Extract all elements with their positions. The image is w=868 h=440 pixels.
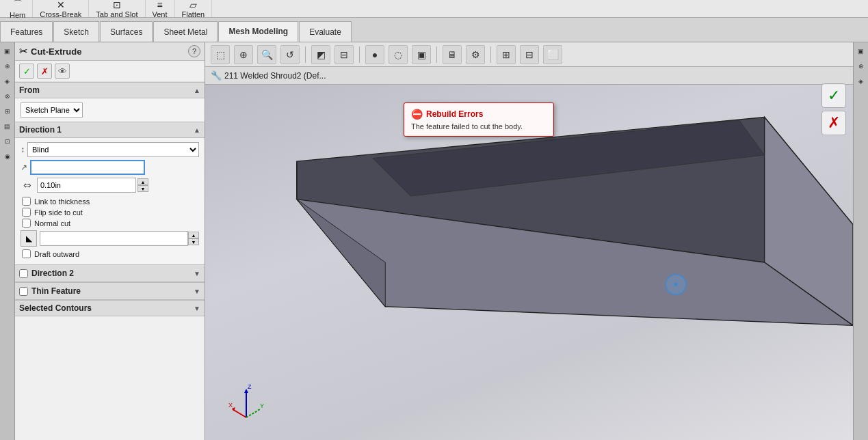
cut-extrude-panel: ✂ Cut-Extrude ? ✓ ✗ 👁 From ▲ Sketch Plan… [15,42,205,440]
panel-title-bar: ✂ Cut-Extrude ? [15,42,205,61]
draft-spinner-buttons: ▲ ▼ [188,232,199,245]
tab-bar: Features Sketch Surfaces Sheet Metal Mes… [0,18,868,42]
spinner-buttons: ▲ ▼ [137,178,148,192]
vp-btn-fullscreen[interactable]: ⬜ [543,45,562,64]
sidebar-icon-4[interactable]: ⊗ [1,90,14,102]
spinner-up-button[interactable]: ▲ [137,178,148,185]
viewport[interactable]: ⬚ ⊕ 🔍 ↺ ◩ ⊟ ● ◌ ▣ 🖥 ⚙ ⊞ ⊟ ⬜ 🔧 211 Welded… [205,42,853,440]
tab-mesh-modeling[interactable]: Mesh Modeling [218,21,298,42]
toolbar-flatten[interactable]: ▱ Flatten [175,0,213,17]
vp-btn-rotate[interactable]: ↺ [280,45,300,64]
vp-btn-split[interactable]: ⊟ [520,45,539,64]
direction1-arrow-icon: ↕ [21,145,25,154]
spinner-down-button[interactable]: ▼ [137,185,148,192]
left-sidebar-icons: ▣ ⊕ ◈ ⊗ ⊞ ▤ ⊡ ◉ [0,42,15,440]
draft-outward-label: Draft outward [34,250,79,258]
cancel-button[interactable]: ✗ [37,64,52,79]
tab-sheet-metal[interactable]: Sheet Metal [153,21,218,42]
tab-surfaces[interactable]: Surfaces [100,21,153,42]
sidebar-icon-1[interactable]: ▣ [1,45,14,57]
direction1-depth-text-input[interactable] [30,160,145,175]
right-icon-1[interactable]: ▣ [855,45,867,57]
vp-separator-3 [436,46,437,63]
sidebar-icon-8[interactable]: ◉ [1,150,14,163]
svg-text:Z: Z [248,383,252,390]
normal-cut-label: Normal cut [34,219,70,228]
depth-spinner: ▲ ▼ [37,178,148,193]
thin-feature-checkbox[interactable] [19,287,28,296]
right-icon-2[interactable]: ⊕ [855,60,867,72]
vp-btn-display[interactable]: ● [365,45,384,64]
tab-sketch[interactable]: Sketch [53,21,99,42]
draft-outward-checkbox[interactable] [22,249,31,258]
vp-btn-perspective[interactable]: ⬚ [211,45,230,64]
error-title-row: ⛔ Rebuild Errors [411,109,547,120]
tab-features[interactable]: Features [0,21,53,42]
selected-contours-label: Selected Contours [19,303,92,313]
sidebar-icon-3[interactable]: ◈ [1,75,14,87]
draft-icon: ◣ [26,234,32,243]
vp-btn-section[interactable]: ⊟ [334,45,354,64]
right-sidebar: ▣ ⊕ ◈ [853,42,868,440]
direction1-type-row: ↕ Blind [21,142,199,157]
link-to-thickness-checkbox[interactable] [22,197,31,206]
right-icon-3[interactable]: ◈ [855,75,867,87]
flip-side-row: Flip side to cut [21,208,199,217]
toolbar-hem[interactable]: ⌒ Hem [3,0,33,17]
vp-separator-1 [305,46,306,63]
confirm-button[interactable]: ✓ [19,64,34,79]
draft-icon-button[interactable]: ◣ [21,230,37,247]
direction2-label: Direction 2 [31,269,74,278]
vp-btn-view[interactable]: ◩ [311,45,330,64]
rebuild-error-tooltip: ⛔ Rebuild Errors The feature failed to c… [404,102,554,137]
sidebar-icon-2[interactable]: ⊕ [1,60,14,72]
normal-cut-checkbox[interactable] [22,219,31,228]
from-section-header[interactable]: From ▲ [15,82,205,98]
selected-contours-header[interactable]: Selected Contours ▼ [15,300,205,316]
thin-feature-label: Thin Feature [31,286,81,296]
main-area: ▣ ⊕ ◈ ⊗ ⊞ ▤ ⊡ ◉ ✂ Cut-Extrude ? ✓ ✗ 👁 Fr… [0,42,868,440]
draft-row: ◣ ▲ ▼ [21,230,199,247]
tab-evaluate[interactable]: Evaluate [299,21,352,42]
thin-feature-left: Thin Feature [19,286,81,296]
from-dropdown[interactable]: Sketch Plane [21,102,83,118]
depth-icon: ⇔ [23,180,31,191]
sidebar-icon-7[interactable]: ⊡ [1,135,14,148]
depth-value-input[interactable] [37,178,136,193]
direction2-section-header[interactable]: Direction 2 ▼ [15,264,205,282]
viewport-ok-button[interactable]: ✓ [821,83,846,108]
right-action-buttons: ✓ ✗ [821,83,846,135]
vp-btn-settings[interactable]: ⚙ [466,45,485,64]
flip-side-label: Flip side to cut [34,208,83,217]
preview-button[interactable]: 👁 [55,64,70,79]
toolbar-tab-slot[interactable]: ⊡ Tab and Slot [89,0,145,17]
draft-spinner-down[interactable]: ▼ [188,238,199,245]
vp-btn-zoom-fit[interactable]: ⊕ [234,45,253,64]
link-to-thickness-label: Link to thickness [34,197,90,206]
draft-angle-input[interactable] [40,231,188,246]
vp-btn-zoom[interactable]: 🔍 [257,45,276,64]
flip-side-checkbox[interactable] [22,208,31,217]
from-label: From [19,85,40,95]
direction2-checkbox[interactable] [19,269,28,278]
help-button[interactable]: ? [188,45,200,57]
toolbar-cross-break[interactable]: ✕ Cross-Break [33,0,89,17]
toolbar-vent[interactable]: ≡ Vent [146,0,175,17]
error-title-text: Rebuild Errors [426,109,483,119]
direction1-type-dropdown[interactable]: Blind [27,142,199,157]
vp-btn-display3[interactable]: ▣ [412,45,431,64]
viewport-cancel-button[interactable]: ✗ [821,111,846,135]
error-icon: ⛔ [411,109,423,120]
direction1-section-header[interactable]: Direction 1 ▲ [15,122,205,138]
vp-btn-display2[interactable]: ◌ [389,45,408,64]
draft-spinner-up[interactable]: ▲ [188,232,199,238]
vp-btn-expand[interactable]: ⊞ [497,45,516,64]
vp-btn-monitor[interactable]: 🖥 [443,45,462,64]
thin-feature-section-header[interactable]: Thin Feature ▼ [15,282,205,300]
normal-cut-row: Normal cut [21,219,199,228]
sidebar-icon-5[interactable]: ⊞ [1,105,14,118]
sidebar-icon-6[interactable]: ▤ [1,120,14,133]
action-row: ✓ ✗ 👁 [15,61,205,82]
direction1-depth-arrow-icon: ↗ [21,163,27,172]
direction1-label: Direction 1 [19,125,62,135]
